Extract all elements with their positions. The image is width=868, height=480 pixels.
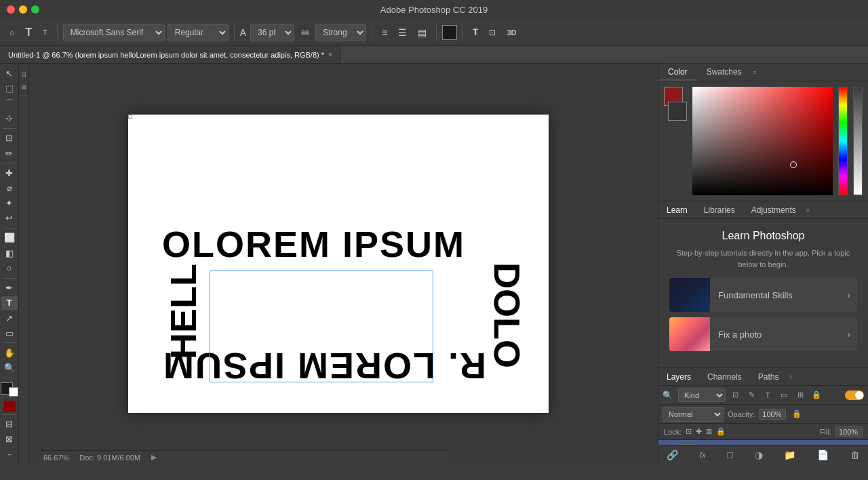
minimize-button[interactable] — [19, 5, 27, 14]
opacity-lock-btn[interactable]: 🔒 — [790, 407, 804, 421]
tool-history[interactable]: ↩ — [1, 212, 18, 225]
sep-4 — [436, 24, 437, 41]
tool-pen[interactable]: ✒ — [1, 281, 18, 294]
type-style-icon[interactable]: T — [39, 26, 52, 39]
home-button[interactable]: ⌂ — [5, 26, 18, 39]
lock-pixels-btn[interactable]: ⊡ — [686, 427, 692, 436]
tab-learn[interactable]: Learn — [658, 201, 696, 218]
warp-text-button[interactable]: T̈ — [469, 26, 482, 39]
color-panel-tabs: Color Swatches ≡ — [658, 64, 868, 81]
background-color[interactable] — [9, 387, 18, 397]
tab-layers[interactable]: Layers — [658, 368, 699, 385]
antialiasing-select[interactable]: Strong — [315, 24, 366, 41]
add-mask-btn[interactable]: □ — [724, 448, 735, 462]
tool-artboards[interactable]: ⊠ — [1, 433, 18, 446]
filter-smart-btn[interactable]: ⊞ — [793, 388, 807, 402]
link-layers-btn[interactable]: 🔗 — [664, 448, 681, 462]
filter-type-btn[interactable]: T — [761, 388, 774, 402]
lock-artboard-btn[interactable]: ⊠ — [706, 427, 712, 436]
filter-pixel-btn[interactable]: ⊡ — [728, 388, 742, 402]
font-style-select[interactable]: Regular — [167, 24, 229, 41]
learn-panel-tabs: Learn Libraries Adjustments ≡ — [658, 201, 868, 219]
opacity-value[interactable]: 100% — [759, 409, 786, 420]
color-panel-menu[interactable]: ≡ — [751, 64, 758, 81]
layer-kind-select[interactable]: Kind — [678, 388, 726, 402]
tab-close-button[interactable]: × — [328, 51, 332, 58]
filter-toggle[interactable] — [845, 391, 864, 400]
learn-card-fundamental[interactable]: Fundamental Skills › — [669, 278, 857, 312]
left-toolbar: ↖ ⬚ ⌒ ⊹ ⊡ ✏ ✚ ⌀ ✦ ↩ ⬜ ◧ ○ ✒ T ↗ ▭ ✋ 🔍 ⊟ … — [0, 64, 19, 464]
tool-path-select[interactable]: ↗ — [1, 311, 18, 325]
character-panel-button[interactable]: ⊡ — [485, 26, 500, 39]
layer-effects-btn[interactable]: fx — [697, 449, 709, 460]
tool-type[interactable]: T — [1, 296, 18, 310]
tool-magic-wand[interactable]: ⊹ — [1, 112, 18, 125]
corner-handle-tl[interactable] — [128, 115, 132, 119]
tab-color[interactable]: Color — [658, 64, 697, 81]
close-button[interactable] — [7, 5, 15, 14]
align-right-button[interactable]: ▤ — [414, 25, 431, 40]
lock-all-btn[interactable]: 🔒 — [716, 427, 726, 436]
tab-channels[interactable]: Channels — [699, 368, 750, 385]
tool-select-rect[interactable]: ⬚ — [1, 81, 18, 95]
mini-panel-left: ⊟ ⊞ — [19, 64, 28, 464]
tool-gradient[interactable]: ◧ — [1, 246, 18, 260]
tab-swatches[interactable]: Swatches — [697, 64, 751, 81]
tool-dodge[interactable]: ○ — [1, 261, 18, 275]
blend-mode-select[interactable]: Normal — [663, 407, 724, 422]
new-group-btn[interactable]: 📁 — [781, 448, 798, 462]
type-tool-icon[interactable]: T — [21, 24, 36, 41]
tool-brush[interactable]: ⌀ — [1, 181, 18, 195]
align-left-button[interactable]: ≡ — [378, 25, 391, 40]
tool-move[interactable]: ↖ — [1, 66, 18, 80]
filter-shape-btn[interactable]: ▭ — [777, 388, 791, 402]
align-center-button[interactable]: ☰ — [394, 25, 411, 40]
layer-item-text[interactable]: 👁 T lorem ipsum helloLorem ips... amet, … — [658, 440, 868, 445]
title-bar: Adobe Photoshop CC 2019 — [0, 0, 868, 19]
sep-5 — [462, 24, 463, 41]
adjustment-layer-btn[interactable]: ◑ — [752, 448, 766, 462]
font-size-select[interactable]: 36 pt — [250, 24, 294, 41]
tool-eraser[interactable]: ⬜ — [1, 231, 18, 245]
hue-slider[interactable] — [838, 87, 848, 195]
navigator-panel-btn[interactable]: ⊞ — [20, 84, 27, 89]
tool-hand[interactable]: ✋ — [1, 346, 18, 359]
color-panel: Color Swatches ≡ — [658, 64, 868, 201]
layers-filter-bar: 🔍 Kind ⊡ ✎ T ▭ ⊞ 🔒 — [658, 386, 868, 405]
tool-zoom[interactable]: 🔍 — [1, 361, 18, 374]
tool-crop[interactable]: ⊡ — [1, 132, 18, 145]
learn-panel-menu[interactable]: ≡ — [804, 201, 811, 219]
document-tab[interactable]: Untitled-1 @ 66.7% (lorem ipsum helloLor… — [0, 46, 341, 63]
tool-healing[interactable]: ✚ — [1, 166, 18, 180]
delete-layer-btn[interactable]: 🗑 — [848, 448, 863, 462]
maximize-button[interactable] — [31, 5, 39, 14]
filter-adjustment-btn[interactable]: ✎ — [745, 388, 758, 402]
layers-panel-menu[interactable]: ≡ — [787, 368, 793, 386]
tool-more[interactable]: ··· — [1, 447, 18, 461]
tool-screen-mode[interactable]: ⊟ — [1, 417, 18, 431]
statusbar-expand[interactable]: ▶ — [151, 453, 157, 462]
antialiasing-button[interactable]: aa — [297, 26, 313, 38]
history-panel-btn[interactable]: ⊟ — [20, 72, 27, 77]
lock-position-btn[interactable]: ✚ — [696, 427, 702, 436]
quick-mask-btn[interactable] — [3, 401, 16, 411]
new-layer-btn[interactable]: 📄 — [814, 448, 831, 462]
tab-adjustments[interactable]: Adjustments — [743, 201, 804, 218]
color-swatches-area[interactable] — [1, 382, 18, 397]
opacity-slider[interactable] — [853, 87, 863, 195]
tool-eyedropper[interactable]: ✏ — [1, 146, 18, 160]
options-3d-button[interactable]: 3D — [502, 26, 520, 39]
tool-clone[interactable]: ✦ — [1, 197, 18, 210]
font-name-select[interactable]: Microsoft Sans Serif — [63, 24, 165, 41]
tool-shape[interactable]: ▭ — [1, 326, 18, 340]
tab-libraries[interactable]: Libraries — [696, 201, 743, 218]
color-gradient-picker[interactable] — [692, 87, 833, 195]
layers-footer: 🔗 fx □ ◑ 📁 📄 🗑 — [658, 445, 868, 464]
fill-value[interactable]: 100% — [835, 426, 863, 437]
learn-card-fix-photo[interactable]: Fix a photo › — [669, 317, 857, 351]
background-color-box[interactable] — [668, 102, 687, 121]
filter-lock-btn[interactable]: 🔒 — [810, 388, 823, 402]
tool-lasso[interactable]: ⌒ — [1, 96, 18, 110]
text-color-swatch[interactable] — [442, 25, 457, 40]
tab-paths[interactable]: Paths — [750, 368, 787, 385]
